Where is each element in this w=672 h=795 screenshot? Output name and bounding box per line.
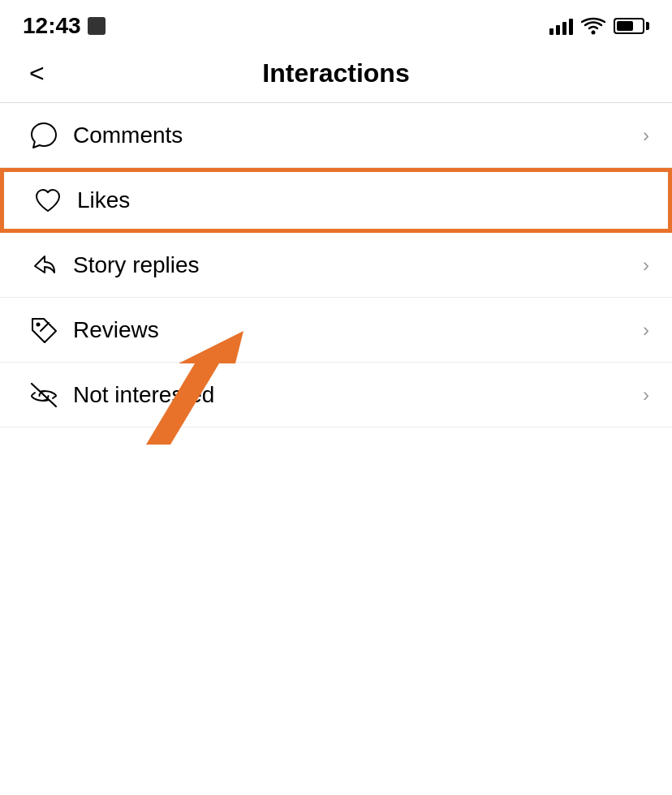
menu-item-likes[interactable]: Likes bbox=[0, 168, 672, 233]
menu-item-comments[interactable]: Comments › bbox=[0, 103, 672, 168]
wifi-icon bbox=[581, 17, 605, 35]
notification-icon bbox=[88, 17, 106, 35]
status-time: 12:43 bbox=[23, 13, 106, 39]
menu-item-reviews[interactable]: Reviews › bbox=[0, 298, 672, 363]
time-label: 12:43 bbox=[23, 13, 81, 39]
nav-bar: < Interactions bbox=[0, 49, 672, 102]
comments-chevron: › bbox=[643, 124, 649, 147]
signal-icon bbox=[549, 17, 573, 35]
reviews-label: Reviews bbox=[65, 317, 643, 343]
status-bar: 12:43 bbox=[0, 0, 672, 49]
comment-icon bbox=[23, 114, 65, 157]
tag-icon bbox=[23, 309, 65, 351]
svg-point-1 bbox=[37, 322, 41, 326]
not-interested-chevron: › bbox=[643, 384, 649, 406]
story-replies-chevron: › bbox=[643, 254, 649, 277]
svg-line-2 bbox=[41, 323, 49, 331]
story-replies-label: Story replies bbox=[65, 252, 643, 278]
svg-point-0 bbox=[592, 31, 596, 35]
menu-item-not-interested[interactable]: Not interested › bbox=[0, 363, 672, 428]
reviews-chevron: › bbox=[643, 319, 649, 342]
battery-icon bbox=[614, 18, 649, 34]
comments-label: Comments bbox=[65, 122, 643, 148]
eye-off-icon bbox=[23, 374, 65, 416]
heart-icon bbox=[27, 179, 69, 221]
status-right-icons bbox=[549, 17, 649, 35]
page-title: Interactions bbox=[262, 58, 409, 88]
back-button[interactable]: < bbox=[23, 57, 51, 89]
not-interested-label: Not interested bbox=[65, 382, 643, 408]
menu-list: Comments › Likes Story replies › bbox=[0, 103, 672, 428]
likes-label: Likes bbox=[69, 187, 645, 213]
menu-item-story-replies[interactable]: Story replies › bbox=[0, 233, 672, 298]
reply-icon bbox=[23, 244, 65, 286]
